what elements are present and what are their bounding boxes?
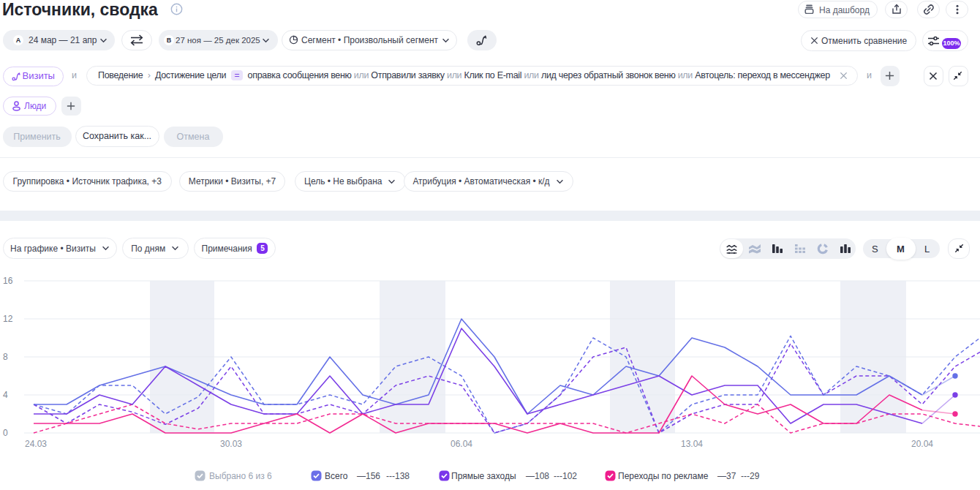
svg-text:12: 12 <box>3 314 13 324</box>
svg-text:20.04: 20.04 <box>911 439 933 449</box>
svg-text:8: 8 <box>3 352 8 362</box>
svg-text:4: 4 <box>3 390 8 400</box>
svg-text:24.03: 24.03 <box>25 439 47 449</box>
svg-text:13.04: 13.04 <box>681 439 703 449</box>
svg-text:06.04: 06.04 <box>451 439 472 449</box>
svg-text:16: 16 <box>3 276 13 286</box>
svg-text:0: 0 <box>3 428 8 438</box>
svg-text:30.03: 30.03 <box>220 439 242 449</box>
